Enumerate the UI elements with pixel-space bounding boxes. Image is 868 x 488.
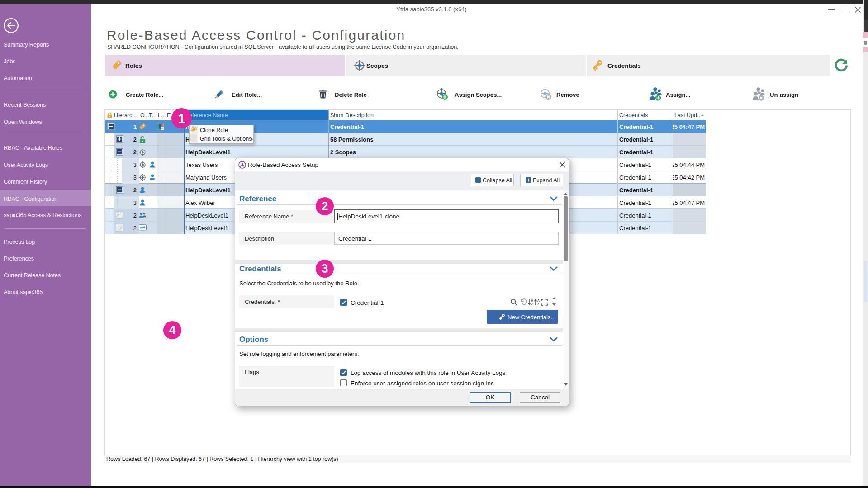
- svg-text:A: A: [531, 299, 533, 302]
- svg-text:Z: Z: [531, 303, 533, 306]
- svg-text:A: A: [537, 299, 540, 302]
- svg-text:Z: Z: [537, 303, 540, 306]
